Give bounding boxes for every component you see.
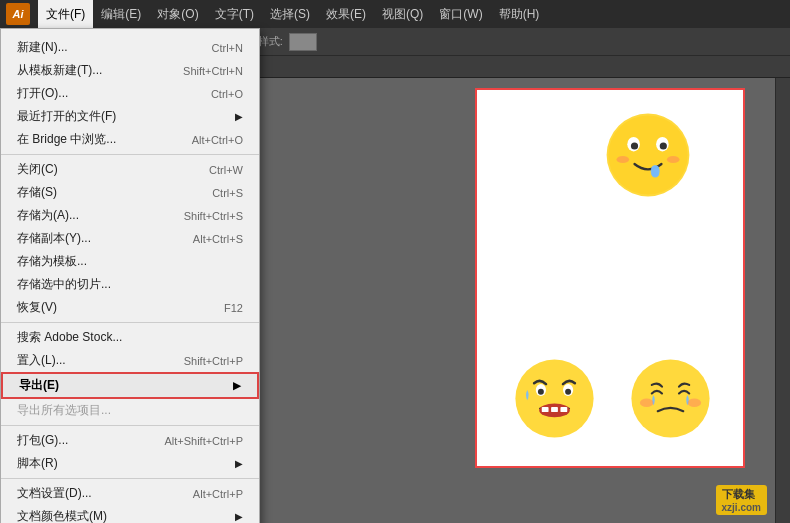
svg-point-24 — [565, 389, 571, 395]
svg-point-14 — [631, 142, 638, 149]
menu-new[interactable]: 新建(N)... Ctrl+N — [1, 36, 259, 59]
svg-rect-26 — [542, 407, 549, 412]
style-box[interactable] — [289, 33, 317, 51]
svg-point-11 — [608, 115, 687, 194]
menu-recent-files[interactable]: 最近打开的文件(F) ▶ — [1, 105, 259, 128]
menu-object[interactable]: 对象(O) — [149, 0, 206, 28]
app-logo: Ai — [6, 3, 30, 25]
menu-bridge[interactable]: 在 Bridge 中浏览... Alt+Ctrl+O — [1, 128, 259, 151]
menu-window[interactable]: 窗口(W) — [431, 0, 490, 28]
menu-scripts[interactable]: 脚本(R) ▶ — [1, 452, 259, 475]
svg-point-30 — [640, 399, 654, 408]
svg-rect-28 — [560, 407, 567, 412]
menu-revert[interactable]: 恢复(V) F12 — [1, 296, 259, 319]
svg-rect-17 — [652, 166, 659, 177]
menu-close[interactable]: 关闭(C) Ctrl+W — [1, 158, 259, 181]
right-panel — [775, 78, 790, 523]
watermark-url: xzji.com — [722, 502, 761, 513]
menu-section-5: 文档设置(D)... Alt+Ctrl+P 文档颜色模式(M) ▶ 文件信息(I… — [1, 479, 259, 523]
menu-help[interactable]: 帮助(H) — [491, 0, 548, 28]
menu-edit[interactable]: 编辑(E) — [93, 0, 149, 28]
svg-point-31 — [688, 399, 702, 408]
menu-search-stock[interactable]: 搜索 Adobe Stock... — [1, 326, 259, 349]
file-menu-dropdown: 新建(N)... Ctrl+N 从模板新建(T)... Shift+Ctrl+N… — [0, 28, 260, 523]
menu-save-copy[interactable]: 存储副本(Y)... Alt+Ctrl+S — [1, 227, 259, 250]
menu-place[interactable]: 置入(L)... Shift+Ctrl+P — [1, 349, 259, 372]
emoji-angry — [512, 356, 597, 441]
menu-save-template[interactable]: 存储为模板... — [1, 250, 259, 273]
svg-point-15 — [660, 142, 667, 149]
menu-doc-setup[interactable]: 文档设置(D)... Alt+Ctrl+P — [1, 482, 259, 505]
style-label: 样式: — [258, 34, 283, 49]
menu-file[interactable]: 文件(F) — [38, 0, 93, 28]
document-canvas — [475, 88, 745, 468]
menu-doc-color-mode[interactable]: 文档颜色模式(M) ▶ — [1, 505, 259, 523]
svg-point-19 — [667, 156, 680, 163]
menu-open[interactable]: 打开(O)... Ctrl+O — [1, 82, 259, 105]
svg-point-18 — [617, 156, 630, 163]
menu-section-3: 搜索 Adobe Stock... 置入(L)... Shift+Ctrl+P … — [1, 323, 259, 426]
top-bar: Ai 文件(F) 编辑(E) 对象(O) 文字(T) 选择(S) 效果(E) 视… — [0, 0, 790, 28]
menu-save-as[interactable]: 存储为(A)... Shift+Ctrl+S — [1, 204, 259, 227]
menu-select[interactable]: 选择(S) — [262, 0, 318, 28]
menu-effect[interactable]: 效果(E) — [318, 0, 374, 28]
menu-text[interactable]: 文字(T) — [207, 0, 262, 28]
emoji-crying — [628, 356, 713, 441]
emoji-drooling — [603, 110, 693, 200]
svg-rect-27 — [551, 407, 558, 412]
menu-export[interactable]: 导出(E) ▶ — [1, 372, 259, 399]
menu-section-1: 新建(N)... Ctrl+N 从模板新建(T)... Shift+Ctrl+N… — [1, 33, 259, 155]
watermark-text: 下载集 — [722, 487, 761, 502]
menu-bar: 文件(F) 编辑(E) 对象(O) 文字(T) 选择(S) 效果(E) 视图(Q… — [38, 0, 784, 28]
svg-point-29 — [631, 359, 709, 437]
file-dropdown-menu: 新建(N)... Ctrl+N 从模板新建(T)... Shift+Ctrl+N… — [0, 28, 260, 523]
watermark: 下载集 xzji.com — [716, 485, 767, 515]
menu-export-all: 导出所有选项目... — [1, 399, 259, 422]
menu-package[interactable]: 打包(G)... Alt+Shift+Ctrl+P — [1, 429, 259, 452]
menu-new-from-template[interactable]: 从模板新建(T)... Shift+Ctrl+N — [1, 59, 259, 82]
menu-section-4: 打包(G)... Alt+Shift+Ctrl+P 脚本(R) ▶ — [1, 426, 259, 479]
svg-point-23 — [538, 389, 544, 395]
menu-section-2: 关闭(C) Ctrl+W 存储(S) Ctrl+S 存储为(A)... Shif… — [1, 155, 259, 323]
menu-view[interactable]: 视图(Q) — [374, 0, 431, 28]
menu-save[interactable]: 存储(S) Ctrl+S — [1, 181, 259, 204]
menu-save-slice[interactable]: 存储选中的切片... — [1, 273, 259, 296]
